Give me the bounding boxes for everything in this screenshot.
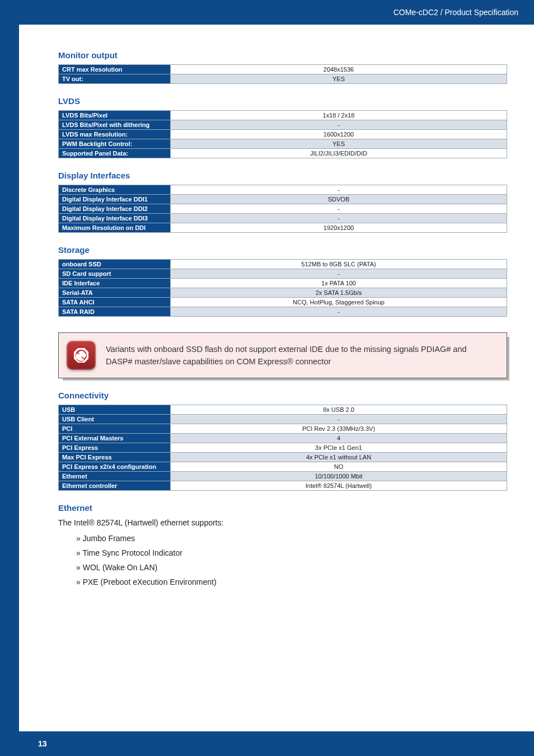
row-value: 1x18 / 2x18 xyxy=(171,111,507,120)
left-strip xyxy=(0,25,19,756)
row-label: SATA RAID xyxy=(59,307,171,317)
table-storage: onboard SSD512MB to 8GB SLC (PATA)SD Car… xyxy=(58,259,507,317)
row-value: 3x PCIe x1 Gen1 xyxy=(171,443,507,453)
row-label: LVDS max Resolution: xyxy=(59,130,171,139)
heading-monitor-output: Monitor output xyxy=(58,50,507,60)
table-row: PWM Backlight Control:YES xyxy=(59,139,507,149)
ethernet-intro: The Intel® 82574L (Hartwell) ethernet su… xyxy=(58,518,507,527)
table-row: onboard SSD512MB to 8GB SLC (PATA) xyxy=(59,260,507,269)
table-row: SATA AHCINCQ, HotPlug, Staggered Spinup xyxy=(59,298,507,307)
row-value: Intel® 82574L (Hartwell) xyxy=(171,481,507,491)
row-label: Digital Display Interface DDI1 xyxy=(59,195,171,204)
page-footer: 13 xyxy=(19,731,534,756)
row-value: 2048x1536 xyxy=(171,65,507,74)
table-row: SD Card support- xyxy=(59,269,507,279)
table-row: TV out:YES xyxy=(59,74,507,84)
heading-ethernet: Ethernet xyxy=(58,503,507,513)
table-display-interfaces: Discrete Graphics-Digital Display Interf… xyxy=(58,185,507,233)
row-label: Supported Panel Data: xyxy=(59,149,171,158)
table-row: Maximum Resolution on DDI1920x1200 xyxy=(59,223,507,233)
table-row: USB Client- xyxy=(59,415,507,424)
row-value: 4 xyxy=(171,434,507,443)
row-label: LVDS Bits/Pixel xyxy=(59,111,171,120)
callout-body: Variants with onboard SSD flash do not s… xyxy=(58,332,507,378)
row-value: - xyxy=(171,269,507,279)
row-value: NO xyxy=(171,462,507,472)
list-item: PXE (Preboot eXecution Environment) xyxy=(76,577,507,586)
row-value: 1920x1200 xyxy=(171,223,507,233)
table-row: SATA RAID- xyxy=(59,307,507,317)
row-value: NCQ, HotPlug, Staggered Spinup xyxy=(171,298,507,307)
table-row: Max PCI Express4x PCIe x1 without LAN xyxy=(59,453,507,462)
table-row: PCIPCI Rev 2.3 (33MHz/3.3V) xyxy=(59,424,507,434)
heading-storage: Storage xyxy=(58,245,507,255)
heading-connectivity: Connectivity xyxy=(58,391,507,400)
row-value: - xyxy=(171,120,507,130)
table-row: PCI Express x2/x4 configurationNO xyxy=(59,462,507,472)
row-label: Maximum Resolution on DDI xyxy=(59,223,171,233)
table-row: LVDS Bits/Pixel with dithering- xyxy=(59,120,507,130)
row-label: PWM Backlight Control: xyxy=(59,139,171,149)
heading-display-interfaces: Display Interfaces xyxy=(58,171,507,180)
row-label: Digital Display Interface DDI2 xyxy=(59,204,171,214)
table-row: PCI External Masters4 xyxy=(59,434,507,443)
row-label: PCI Express xyxy=(59,443,171,453)
row-value: 1600x1200 xyxy=(171,130,507,139)
table-connectivity: USB8x USB 2.0USB Client-PCIPCI Rev 2.3 (… xyxy=(58,405,507,491)
row-value: - xyxy=(171,204,507,214)
table-row: CRT max Resolution2048x1536 xyxy=(59,65,507,74)
row-value: - xyxy=(171,185,507,195)
row-label: TV out: xyxy=(59,74,171,84)
row-label: PCI External Masters xyxy=(59,434,171,443)
row-label: LVDS Bits/Pixel with dithering xyxy=(59,120,171,130)
table-row: Ethernet controllerIntel® 82574L (Hartwe… xyxy=(59,481,507,491)
row-label: PCI Express x2/x4 configuration xyxy=(59,462,171,472)
row-value: SDVOB xyxy=(171,195,507,204)
row-label: Digital Display Interface DDI3 xyxy=(59,214,171,223)
row-label: Discrete Graphics xyxy=(59,185,171,195)
header-title: COMe-cDC2 / Product Specification xyxy=(394,8,518,17)
table-monitor-output: CRT max Resolution2048x1536TV out:YES xyxy=(58,64,507,84)
list-item: WOL (Wake On LAN) xyxy=(76,563,507,572)
table-row: Discrete Graphics- xyxy=(59,185,507,195)
row-value: 8x USB 2.0 xyxy=(171,405,507,415)
row-label: Max PCI Express xyxy=(59,453,171,462)
row-value: 10/100/1000 Mbit xyxy=(171,472,507,481)
row-label: onboard SSD xyxy=(59,260,171,269)
row-label: SD Card support xyxy=(59,269,171,279)
page-content: Monitor output CRT max Resolution2048x15… xyxy=(19,25,534,586)
row-label: Serial-ATA xyxy=(59,288,171,298)
stop-icon xyxy=(67,341,96,370)
row-label: CRT max Resolution xyxy=(59,65,171,74)
callout-text: Variants with onboard SSD flash do not s… xyxy=(106,343,495,368)
row-label: PCI xyxy=(59,424,171,434)
header-banner: COMe-cDC2 / Product Specification xyxy=(0,0,534,25)
row-value: - xyxy=(171,415,507,424)
row-value: - xyxy=(171,214,507,223)
row-value: JILI2/JILI3/EDID/DID xyxy=(171,149,507,158)
row-value: 1x PATA 100 xyxy=(171,279,507,288)
table-row: Supported Panel Data:JILI2/JILI3/EDID/DI… xyxy=(59,149,507,158)
table-row: IDE Interface1x PATA 100 xyxy=(59,279,507,288)
list-item: Time Sync Protocol Indicator xyxy=(76,548,507,557)
ethernet-list: Jumbo FramesTime Sync Protocol Indicator… xyxy=(76,534,507,586)
list-item: Jumbo Frames xyxy=(76,534,507,543)
page-number: 13 xyxy=(38,739,47,748)
table-row: Digital Display Interface DDI1SDVOB xyxy=(59,195,507,204)
table-row: USB8x USB 2.0 xyxy=(59,405,507,415)
row-value: YES xyxy=(171,74,507,84)
table-row: PCI Express3x PCIe x1 Gen1 xyxy=(59,443,507,453)
table-lvds: LVDS Bits/Pixel1x18 / 2x18LVDS Bits/Pixe… xyxy=(58,110,507,158)
row-label: USB Client xyxy=(59,415,171,424)
row-value: - xyxy=(171,307,507,317)
table-row: LVDS Bits/Pixel1x18 / 2x18 xyxy=(59,111,507,120)
row-label: Ethernet controller xyxy=(59,481,171,491)
row-value: PCI Rev 2.3 (33MHz/3.3V) xyxy=(171,424,507,434)
row-label: SATA AHCI xyxy=(59,298,171,307)
table-row: Serial-ATA2x SATA 1.5Gb/s xyxy=(59,288,507,298)
row-label: IDE Interface xyxy=(59,279,171,288)
row-value: YES xyxy=(171,139,507,149)
table-row: Digital Display Interface DDI2- xyxy=(59,204,507,214)
row-value: 512MB to 8GB SLC (PATA) xyxy=(171,260,507,269)
row-value: 4x PCIe x1 without LAN xyxy=(171,453,507,462)
